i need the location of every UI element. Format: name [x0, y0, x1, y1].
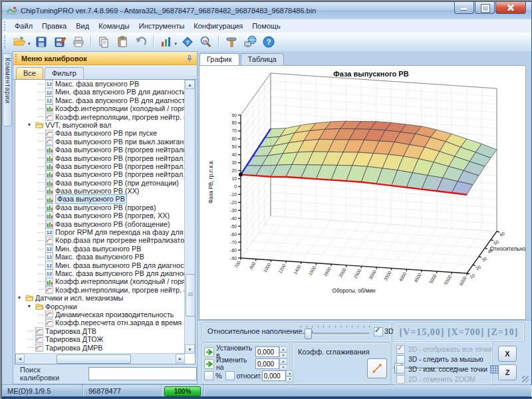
horizontal-scrollbar[interactable]: ◄ ►	[15, 353, 185, 364]
change-value-spinner[interactable]: ▲▼	[255, 358, 287, 369]
apply-change-button[interactable]	[204, 359, 214, 369]
set-value-spinner[interactable]: ▲▼	[255, 346, 287, 357]
tree-item[interactable]: Тарировка ДМРВ	[15, 344, 185, 352]
tree-item[interactable]: Макс. фаза впускного РВ для диагностики	[15, 96, 185, 104]
tree-item[interactable]: Фаза выпускного РВ при пуске	[15, 129, 185, 137]
info-button[interactable]	[179, 33, 196, 51]
tree-item[interactable]: ▾Датчики и исп. механизмы	[15, 294, 185, 302]
option-checkbox-1[interactable]	[396, 355, 405, 364]
fill-slider[interactable]	[301, 329, 370, 338]
resize-grip[interactable]	[522, 376, 529, 382]
save-as-button[interactable]	[51, 33, 68, 51]
spin-down-icon[interactable]: ▼	[279, 364, 287, 370]
tree-item[interactable]: Макс. фаза выпускного РВ для диагностики	[15, 269, 185, 277]
tree-item[interactable]: Макс. фаза выпускного РВ	[15, 253, 185, 261]
relative-checkbox[interactable]	[225, 371, 235, 380]
tree-item[interactable]: Фаза выпускного РВ (прогрев нейтрал., ХХ…	[15, 162, 185, 170]
menubar-grip[interactable]	[4, 21, 7, 31]
horizontal-scroll-thumb[interactable]	[57, 354, 131, 364]
menu-item-0[interactable]: Файл	[10, 21, 37, 31]
scroll-left-button[interactable]: ◄	[15, 354, 25, 363]
menu-item-2[interactable]: Вид	[71, 21, 94, 31]
tab-graph[interactable]: График	[200, 53, 239, 66]
menu-item-6[interactable]: Помощь	[247, 21, 285, 31]
tree-item[interactable]: Мин. фаза выпускного РВ для диагностики	[15, 261, 185, 269]
save-button[interactable]	[33, 33, 50, 51]
apply-set-button[interactable]	[204, 347, 214, 357]
minimize-button[interactable]	[454, 2, 474, 14]
panel-grip[interactable]	[15, 54, 19, 63]
chart-canvas[interactable]: -90-80-70-60-50-40-30-20-100102030405060…	[199, 65, 526, 320]
tree-expander-icon[interactable]: ▾	[28, 303, 35, 311]
tree-item[interactable]: Фаза выпускного РВ (прогрев нейтрализато…	[15, 146, 185, 154]
spin-up-icon[interactable]: ▲	[279, 346, 287, 352]
tree-item-selected[interactable]: Фаза выпускного РВ	[15, 195, 185, 203]
scroll-down-button[interactable]: ▼	[185, 344, 195, 354]
menu-item-3[interactable]: Команды	[94, 21, 134, 31]
tree-item[interactable]: Коэфф.интерполяции (холодный / горячий )	[15, 277, 185, 285]
tree-item[interactable]: Мин. фаза впускного РВ для диагностики	[15, 88, 185, 96]
comments-tab[interactable]: Комментарии	[3, 53, 12, 126]
tree-expander-icon[interactable]: ▾	[18, 294, 25, 302]
undo-button[interactable]	[132, 33, 150, 51]
print-button[interactable]	[70, 33, 87, 51]
option-checkbox-2[interactable]	[396, 365, 405, 374]
spin-down-icon[interactable]: ▼	[279, 352, 287, 358]
menu-item-1[interactable]: Правка	[37, 21, 71, 31]
mode-3d-checkbox[interactable]	[374, 327, 383, 336]
fill-slider-thumb[interactable]	[305, 329, 312, 339]
spin-up-icon[interactable]: ▲	[279, 358, 287, 364]
zoom-values-button[interactable]	[198, 33, 215, 51]
network-button[interactable]	[241, 33, 259, 51]
tree-rows[interactable]: Макс. фаза впускного РВМин. фаза впускно…	[15, 80, 185, 354]
percent-checkbox[interactable]	[204, 371, 213, 380]
z-axis-button[interactable]: Z	[498, 364, 517, 380]
tree-item[interactable]: Фаза выпускного РВ (прогрев)	[15, 203, 185, 211]
tree-item[interactable]: Коэфф.интерполяции, прогрев нейтр. (холо…	[15, 286, 185, 294]
tab-all[interactable]: Все	[16, 67, 43, 79]
relative-value-spinner[interactable]: ▲▼	[262, 370, 294, 381]
tree-item[interactable]: Мин. фаза выпускного РВ	[15, 245, 185, 253]
tree-item[interactable]: Коэфф.интерполяции (холодный / горячий )	[15, 104, 185, 112]
maximize-button[interactable]	[475, 2, 495, 14]
tree-item[interactable]: Коэфф.пересчета отн.заряда в время впрыс…	[15, 319, 185, 327]
pin-icon[interactable]	[186, 55, 194, 63]
tree-item[interactable]: Фаза выпускного РВ (при детонации)	[15, 179, 185, 187]
tree-item[interactable]: Тарировка ДТОЖ	[15, 335, 185, 343]
menu-item-4[interactable]: Инструменты	[134, 21, 190, 31]
open-button[interactable]	[11, 33, 28, 51]
copy-button[interactable]	[95, 33, 112, 51]
vertical-scroll-thumb[interactable]	[186, 274, 196, 317]
vertical-scrollbar[interactable]: ▲ ▼	[184, 80, 195, 354]
tree-expander-icon[interactable]: ▾	[28, 121, 35, 129]
tree-item[interactable]: Порог RPM для перехода на фазу для режим…	[15, 228, 185, 236]
tree-item[interactable]: Коэфф.интерполяции, прогрев нейтр. (холо…	[15, 113, 185, 121]
tree-item[interactable]: Фаза выпускного РВ при выкл.зажигания	[15, 138, 185, 146]
tab-table[interactable]: Таблица	[241, 53, 284, 65]
tree-item[interactable]: Фаза выпускного РВ (обогащение)	[15, 220, 185, 228]
tree-item[interactable]: Макс. фаза впускного РВ	[15, 80, 185, 88]
tree-item[interactable]: Фаза выпускного РВ (прогрев нейтрал., хо…	[15, 154, 185, 162]
help-button[interactable]	[260, 33, 277, 51]
scroll-up-button[interactable]: ▲	[185, 80, 195, 89]
calibration-menu-header[interactable]: Меню калибровок	[13, 52, 197, 65]
menu-item-5[interactable]: Конфигурация	[189, 21, 247, 31]
chart-view-dropdown-icon[interactable]: ▾	[175, 41, 178, 47]
title-bar[interactable]: ChipTuningPRO ver.7.4.8.969 - Antara32L_…	[2, 2, 531, 20]
tree-item[interactable]: Тарировка ДТВ	[15, 327, 185, 335]
x-axis-button[interactable]: X	[498, 346, 517, 362]
tree-item[interactable]: Фаза выпускного РВ (прогрев нейтрал., ХХ…	[15, 170, 185, 178]
tree-item[interactable]: Фаза выпускного РВ (прогрев, ХХ)	[15, 211, 185, 219]
tools-button[interactable]	[223, 33, 240, 51]
search-input[interactable]	[88, 367, 197, 380]
tree-item[interactable]: ▾Форсунки	[15, 303, 185, 311]
toolbar-grip[interactable]	[4, 35, 7, 49]
tree-item[interactable]: Корр.фаза при прогреве нейтрализатора	[15, 236, 185, 244]
scroll-right-button[interactable]: ►	[176, 354, 185, 363]
tree-item[interactable]: Динамическая производительность	[15, 311, 185, 319]
close-button[interactable]	[495, 2, 526, 14]
tree-item[interactable]: ▾VVT, выпускной вал	[15, 121, 185, 129]
paste-button[interactable]	[114, 33, 131, 51]
smooth-apply-button[interactable]	[367, 358, 387, 378]
chart-view-button[interactable]	[158, 33, 175, 51]
